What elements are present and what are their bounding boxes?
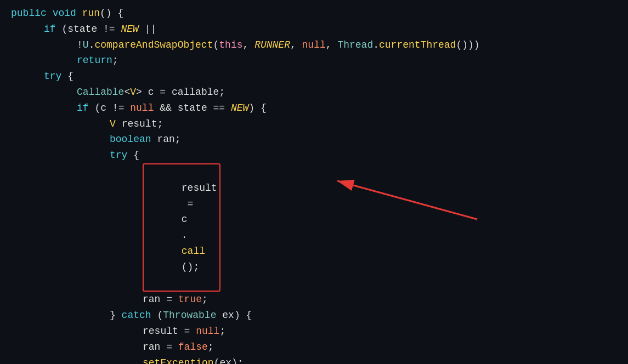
keyword-void: void [53,5,76,21]
code-line-14: result = null ; [0,323,628,339]
var-ran3: ran [143,339,160,355]
code-line-7: if ( c != null && state == NEW ) { [0,100,628,116]
var-c3: c [182,214,188,225]
method-compareAndSwapObject: compareAndSwapObject [94,37,213,53]
method-setException: setException [143,355,214,364]
var-result3: result [143,323,178,339]
method-currentThread: currentThread [379,37,456,53]
code-line-16: setException ( ex ); [0,355,628,364]
keyword-try: try [44,69,61,84]
code-line-11: result = c . call (); [0,163,628,292]
class-callable: Callable [77,84,124,100]
code-line-3: ! U . compareAndSwapObject ( this , RUNN… [0,37,628,53]
keyword-catch: catch [122,308,151,323]
val-null: null [302,37,326,53]
keyword-this: this [219,37,242,53]
code-line-9: boolean ran ; [0,132,628,147]
code-line-15: ran = false ; [0,339,628,355]
var-ran2: ran [143,292,160,308]
code-line-10: try { [0,147,628,163]
class-thread: Thread [337,37,373,53]
keyword-if: if [44,21,56,37]
code-line-4: return ; [0,53,628,69]
code-line-2: if ( state != NEW || [0,21,628,37]
keyword-public: public [11,5,47,21]
val-null2: null [130,100,154,116]
code-line-12: ran = true ; [0,292,628,308]
code-line-13: } catch ( Throwable ex ) { [0,308,628,323]
val-true: true [178,292,202,308]
keyword-if2: if [77,100,89,116]
keyword-return: return [77,53,112,69]
code-line-1: public void run () { [0,5,628,21]
const-runner: RUNNER [254,37,290,53]
const-new: NEW [121,21,138,37]
code-line-5: try { [0,69,628,84]
method-call: call [182,246,205,257]
code-line-6: Callable < V > c = callable ; [0,84,628,100]
method-run: run [82,5,100,21]
type-v2: V [110,116,116,132]
var-ran: ran [157,132,174,147]
var-ex2: ex [219,355,231,364]
val-false: false [178,339,208,355]
code-editor: public void run () { if ( state != NEW |… [0,0,628,364]
var-c: c [148,84,154,100]
var-state2: state [178,100,207,116]
type-v: V [130,84,136,100]
val-null3: null [196,323,219,339]
code-line-8: V result ; [0,116,628,132]
const-new2: NEW [231,100,248,116]
keyword-boolean: boolean [110,132,151,147]
var-ex: ex [222,308,234,323]
var-result: result [122,116,157,132]
var-state: state [67,21,97,37]
keyword-try2: try [110,147,127,163]
var-callable: callable [172,84,219,100]
class-throwable: Throwable [163,308,216,323]
var-c2: c [100,100,106,116]
class-u: U [83,37,89,53]
var-result2: result [182,183,217,194]
